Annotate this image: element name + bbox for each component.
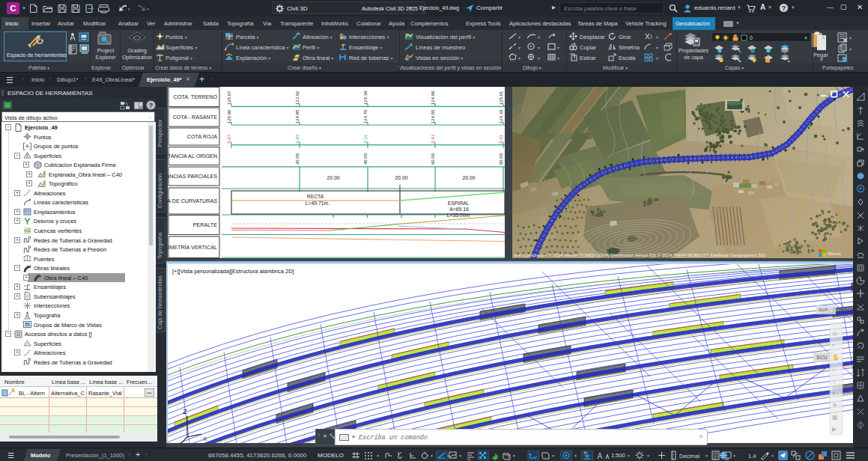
svg-text:▼: ▼ (551, 454, 555, 458)
svg-text:124.39: 124.39 (363, 91, 368, 105)
svg-text:80.00: 80.00 (499, 153, 503, 165)
svg-text:124.85: 124.85 (295, 109, 300, 123)
svg-text:SCP...: SCP... (819, 308, 831, 312)
svg-text:▾: ▾ (538, 35, 540, 40)
svg-text:▼: ▼ (512, 454, 516, 458)
svg-text:▾: ▾ (538, 46, 540, 50)
svg-text:▿: ▿ (832, 390, 835, 397)
svg-text:▾: ▾ (518, 56, 521, 61)
svg-text:▾: ▾ (849, 47, 852, 52)
svg-text:20.00: 20.00 (327, 175, 339, 180)
svg-text:0.07: 0.07 (227, 134, 231, 143)
svg-text:GEOMETRÍA VERTICAL: GEOMETRÍA VERTICAL (168, 244, 217, 251)
svg-text:▾: ▾ (518, 46, 521, 50)
svg-text:A=69.16: A=69.16 (449, 207, 469, 212)
svg-text:COTA: TERRENO: COTA: TERRENO (174, 94, 218, 100)
svg-text:RECTA: RECTA (307, 194, 324, 199)
svg-text:PERALTE: PERALTE (193, 222, 217, 228)
svg-text:Z: Z (183, 408, 187, 415)
svg-text:▼: ▼ (732, 454, 736, 458)
svg-text:DIAGRAMA DE CURVATURAS: DIAGRAMA DE CURVATURAS (168, 198, 217, 204)
svg-text:L=49.71m.: L=49.71m. (306, 201, 330, 206)
svg-text:▼: ▼ (771, 454, 774, 458)
svg-text:L=35.00m: L=35.00m (447, 213, 470, 218)
svg-text:125.07: 125.07 (227, 91, 231, 105)
svg-text:▼: ▼ (646, 454, 650, 458)
svg-text:COTA - RASANTE: COTA - RASANTE (173, 114, 218, 120)
svg-text:DISTANCIAS PARCIALES: DISTANCIAS PARCIALES (168, 173, 217, 180)
svg-text:125.01: 125.01 (499, 91, 503, 105)
svg-text:20.00: 20.00 (295, 153, 300, 165)
svg-text:COTA ROJA: COTA ROJA (187, 133, 217, 140)
svg-text:▾: ▾ (518, 35, 521, 40)
svg-text:ESPIRAL: ESPIRAL (448, 201, 470, 206)
svg-text:124.70: 124.70 (363, 109, 368, 123)
svg-text:124.98: 124.98 (431, 91, 435, 105)
svg-text:20.00: 20.00 (462, 175, 475, 180)
svg-text:▼: ▼ (458, 454, 462, 458)
svg-text:123.92: 123.92 (295, 91, 300, 105)
svg-text:40.00: 40.00 (363, 153, 368, 165)
svg-text:0.93: 0.93 (295, 134, 300, 143)
svg-text:▾: ▾ (128, 7, 130, 11)
svg-text:▾: ▾ (147, 7, 149, 11)
svg-text:▶: ▶ (832, 426, 837, 433)
svg-text:0.61: 0.61 (499, 134, 503, 143)
svg-text:▼: ▼ (705, 454, 708, 458)
svg-text:♁: ♁ (832, 378, 837, 385)
svg-text:▾: ▾ (557, 46, 559, 50)
svg-text:?: ? (149, 102, 154, 109)
svg-text:60.00: 60.00 (431, 153, 435, 165)
svg-text:[+][Vista personalizada][Estru: [+][Vista personalizada][Estructura alám… (172, 268, 294, 275)
svg-text:1:500: 1:500 (611, 452, 625, 459)
svg-text:125.00: 125.00 (227, 109, 231, 123)
svg-text:▾: ▾ (538, 56, 540, 61)
svg-text:✛: ✛ (832, 402, 837, 409)
svg-text:soft Corporation © 2024 Maxar: soft Corporation © 2024 Maxar ©CNES (200… (514, 252, 766, 257)
svg-text:Decimal: Decimal (679, 453, 699, 460)
svg-text:DISTANCIA AL ORIGEN: DISTANCIA AL ORIGEN (168, 153, 217, 159)
svg-text:?: ? (782, 4, 786, 12)
svg-text:1.4: 1.4 (748, 453, 756, 460)
svg-text:▼: ▼ (430, 454, 434, 458)
svg-text:0.43: 0.43 (431, 134, 435, 143)
svg-text:X: X (203, 436, 207, 442)
svg-text:▼: ▼ (627, 454, 631, 458)
svg-text:▾: ▾ (557, 56, 559, 61)
svg-text:SCU: SCU (816, 355, 828, 360)
svg-text:▿: ▿ (832, 342, 835, 349)
svg-text:Micros: Micros (828, 251, 841, 256)
svg-text:20.00: 20.00 (395, 175, 407, 180)
svg-text:◎: ◎ (832, 330, 837, 337)
svg-text:⌕: ⌕ (832, 366, 835, 373)
svg-text:✋: ✋ (832, 353, 840, 361)
svg-text:▾: ▾ (849, 36, 852, 40)
svg-text:124.55: 124.55 (431, 109, 435, 123)
svg-text:0.31: 0.31 (363, 134, 368, 143)
svg-text:▦: ▦ (832, 414, 838, 421)
svg-text:▼: ▼ (574, 454, 577, 458)
svg-text:124.39: 124.39 (499, 109, 503, 123)
svg-text:▼: ▼ (376, 454, 380, 458)
